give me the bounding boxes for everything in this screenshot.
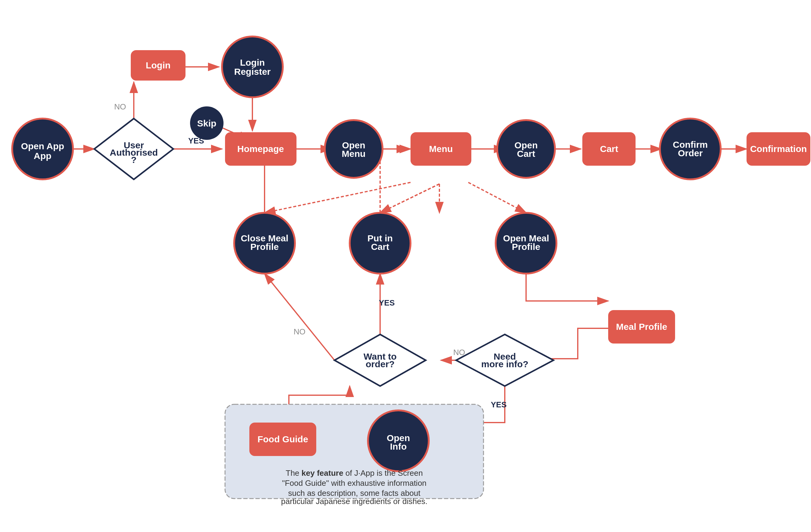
arrow-openmealprofile-mealprofile [526, 273, 608, 301]
confirmation-label: Confirmation [750, 144, 807, 154]
svg-text:Register: Register [234, 66, 271, 77]
feature-description-2: "Food Guide" with exhaustive information [282, 479, 426, 488]
feature-description: The key feature of J·App is the Screen [286, 468, 423, 478]
login-label: Login [146, 60, 171, 70]
skip-label: Skip [197, 118, 216, 128]
food-guide-label: Food Guide [258, 434, 308, 444]
svg-text:Cart: Cart [517, 148, 535, 159]
feature-description-3: such as description, some facts about [288, 488, 420, 498]
svg-text:Order: Order [678, 148, 703, 158]
svg-text:more info?: more info? [481, 359, 529, 369]
cart-label: Cart [600, 144, 618, 154]
arrow-menu-putincart [380, 184, 440, 213]
svg-text:?: ? [131, 155, 137, 165]
open-app-label: Open App [21, 141, 64, 151]
label-no-needmoreinfo: NO [454, 348, 465, 357]
menu-label: Menu [429, 144, 453, 154]
svg-text:Profile: Profile [512, 242, 540, 252]
label-no-closemealprofile: NO [294, 327, 306, 336]
svg-text:Cart: Cart [371, 242, 389, 252]
diagram-container: NO YES NO YES NO [0, 0, 811, 532]
feature-description-4: particular Japanese ingredients or dishe… [281, 497, 427, 506]
svg-text:Info: Info [390, 441, 407, 451]
label-yes-putincart: YES [379, 298, 395, 307]
meal-profile-label: Meal Profile [616, 322, 667, 332]
label-no-login: NO [114, 102, 126, 111]
svg-text:Menu: Menu [342, 148, 366, 159]
label-yes-needmoreinfo: YES [491, 400, 507, 409]
arrow-putincart-menu [380, 149, 411, 213]
login-register-label: Login [240, 58, 265, 67]
svg-text:order?: order? [366, 359, 394, 369]
arrow-menu-openmealprofile [468, 183, 526, 213]
svg-text:Profile: Profile [250, 242, 278, 252]
homepage-label: Homepage [237, 144, 284, 154]
arrow-wanttoorder-no-closemealprofile [264, 273, 335, 360]
svg-text:App: App [34, 151, 51, 161]
